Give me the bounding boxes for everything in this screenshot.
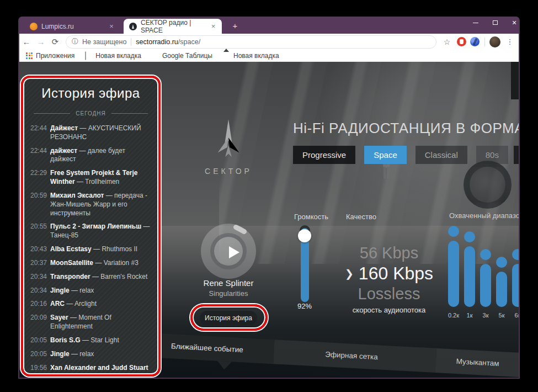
entry-text: Jingle — relax (50, 350, 152, 359)
new-tab-button[interactable]: + (230, 21, 240, 31)
url-host: sectorradio.ru (136, 38, 178, 46)
maximize-button[interactable] (487, 17, 503, 29)
tab-upcoming-event[interactable]: Ближайшее событие (171, 334, 244, 362)
entry-time: 20:55 (30, 223, 50, 240)
entry-time: 22:29 (30, 169, 50, 187)
volume-value: 92% (288, 302, 321, 310)
entry-time: 20:34 (30, 273, 50, 282)
tab-title: Lumpics.ru (41, 23, 107, 30)
entry-text: ARC — Arclight (50, 300, 152, 309)
history-entry[interactable]: 20:05 Jingle — relax (30, 350, 152, 359)
tab-for-musicians[interactable]: Музыкантам (455, 349, 499, 376)
range-label: Охваченный диапазон (449, 211, 519, 220)
station-headline: Hi-Fi РАДИОСТАНЦИЯ В ФОРМАТАХ ( (293, 120, 519, 137)
day-label: сегодня (76, 110, 106, 116)
bookmark-label: Новая вкладка (233, 52, 279, 60)
close-tab-icon[interactable]: × (107, 22, 116, 30)
history-entry[interactable]: 20:59 Михаил Эксалот — передача - Жан-Ми… (30, 192, 152, 218)
history-entry[interactable]: 19:56 Xan Alexander and Judd Stuart — Tr… (30, 364, 152, 374)
entry-text: Дайжест — АКУСТИЧЕСКИЙ РЕЗОНАНС (50, 124, 152, 142)
tab-title: СЕКТОР радио | SPACE (141, 19, 209, 34)
now-playing-track: Singularities (184, 289, 273, 298)
format-tab-partial[interactable] (514, 146, 519, 164)
history-entry[interactable]: 22:44 Дайжест — АКУСТИЧЕСКИЙ РЕЗОНАНС (30, 124, 152, 142)
page-content: СЕКТОР Hi-Fi РАДИОСТАНЦИЯ В ФОРМАТАХ ( P… (19, 62, 519, 378)
image-icon (223, 52, 230, 59)
entry-time: 20:09 (30, 314, 50, 331)
history-entry[interactable]: 20:34 Jingle — relax (30, 287, 152, 295)
back-icon[interactable]: ← (19, 37, 34, 46)
entry-text: Пульс 2 - Зигмар Лиепиньш — Танец-85 (50, 223, 152, 240)
range-band-3к: 3к (480, 224, 491, 307)
history-list: 22:44 Дайжест — АКУСТИЧЕСКИЙ РЕЗОНАНС 22… (24, 123, 158, 374)
quality-option-lossless[interactable]: Lossless (326, 285, 452, 303)
day-divider: сегодня (34, 110, 148, 116)
format-tab-classical[interactable]: Classical (416, 146, 467, 164)
range-band-6к: 6к (512, 224, 519, 307)
history-button[interactable]: История эфира (200, 311, 257, 325)
entry-time: 20:43 (30, 245, 50, 254)
range-band-0.2к: 0.2к (448, 224, 459, 307)
entry-text: MoonSatellite — Variation #3 (50, 259, 152, 268)
format-tabs: ProgressiveSpaceClassical80s (293, 146, 508, 164)
bookmark-label: Приложения (36, 52, 74, 60)
extension-red-icon[interactable] (457, 37, 466, 46)
extension-blue-icon[interactable] (470, 37, 480, 46)
close-tab-icon[interactable]: × (209, 22, 217, 30)
entry-time: 22:44 (30, 124, 50, 142)
entry-time: 22:44 (30, 147, 50, 165)
lumpics-favicon (30, 23, 38, 30)
tab-lumpics[interactable]: Lumpics.ru × (23, 19, 120, 34)
bookmark-new-tab[interactable]: Новая вкладка (85, 52, 141, 60)
history-entry[interactable]: 20:05 Boris S.G — Star Light (30, 336, 152, 345)
entry-time: 20:34 (30, 287, 50, 295)
tab-broadcast-grid[interactable]: Эфирная сетка (324, 342, 379, 369)
bookmark-google-sheets[interactable]: Google Таблицы (152, 52, 212, 60)
rocket-icon (216, 119, 241, 162)
background-emblem-ring (464, 161, 512, 209)
history-entry[interactable]: 20:37 MoonSatellite — Variation #3 (30, 259, 152, 268)
divider (131, 38, 131, 46)
history-entry[interactable]: 20:09 Sayer — Moment Of Enlightenment (30, 314, 152, 331)
forward-icon[interactable]: → (34, 37, 48, 46)
format-tab-progressive[interactable]: Progressive (293, 146, 355, 164)
minimize-button[interactable] (467, 17, 484, 29)
address-bar[interactable]: ⓘ Не защищено sectorradio.ru /space/ (66, 35, 436, 49)
bookmark-apps[interactable]: Приложения (26, 52, 74, 60)
history-entry[interactable]: 22:29 Free System Projekt & Terje Winthe… (30, 169, 152, 187)
entry-text: Xan Alexander and Judd Stuart — Trieste (50, 364, 152, 374)
volume-knob[interactable] (298, 229, 311, 242)
bookmarks-bar: Приложения Новая вкладка Google Таблицы … (19, 50, 519, 62)
format-tab-80s[interactable]: 80s (476, 146, 508, 164)
entry-time: 20:37 (30, 259, 50, 268)
tab-sektor-radio[interactable]: СЕКТОР радио | SPACE × (124, 19, 222, 34)
history-entry[interactable]: 20:34 Transponder — Barren's Rocket (30, 273, 152, 282)
site-info-icon[interactable]: ⓘ (72, 37, 78, 46)
play-button[interactable] (201, 224, 256, 279)
bookmark-new-tab-2[interactable]: Новая вкладка (223, 52, 279, 60)
close-window-button[interactable]: × (506, 17, 523, 29)
top-right-dark-block (511, 62, 519, 99)
history-entry[interactable]: 20:43 Alba Ecstasy — Rhuthmos II (30, 245, 152, 254)
quality-option-56[interactable]: 56 Kbps (326, 244, 452, 262)
entry-text: Sayer — Moment Of Enlightenment (50, 314, 152, 331)
station-logo: СЕКТОР (201, 119, 255, 176)
now-playing-artist: Rene Splinter (184, 278, 273, 288)
selected-chevron-icon: ❯ (345, 268, 354, 279)
quality-option-160[interactable]: ❯160 Kbps (326, 263, 452, 284)
range-band-5к: 5к (496, 224, 507, 307)
browser-menu-icon[interactable]: ⋮ (504, 38, 515, 46)
history-entry[interactable]: 20:55 Пульс 2 - Зигмар Лиепиньш — Танец-… (30, 223, 152, 240)
volume-label: Громкость (289, 213, 333, 221)
history-entry[interactable]: 20:16 ARC — Arclight (30, 300, 152, 309)
entry-time: 20:59 (30, 192, 50, 218)
bookmark-label: Новая вкладка (95, 52, 141, 60)
quality-caption: скорость аудиопотока (326, 306, 452, 314)
profile-avatar[interactable] (489, 36, 500, 47)
format-tab-space[interactable]: Space (364, 146, 407, 164)
screenshot-stage: Lumpics.ru × СЕКТОР радио | SPACE × + × … (0, 0, 538, 392)
page-icon (85, 52, 92, 59)
reload-icon[interactable]: ⟳ (48, 37, 62, 47)
history-entry[interactable]: 22:44 дайжест — далее будет дайжест (30, 147, 152, 165)
bookmark-star-icon[interactable]: ☆ (441, 38, 453, 46)
